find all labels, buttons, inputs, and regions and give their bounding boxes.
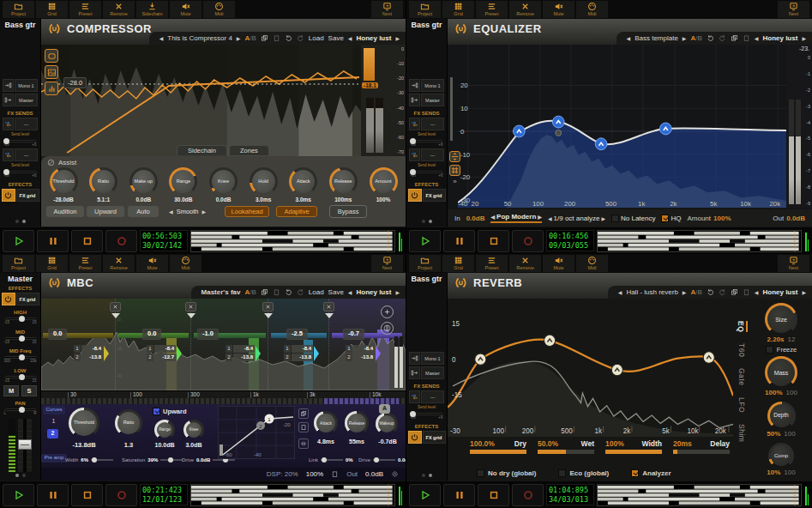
pause-button[interactable] xyxy=(37,484,69,506)
ab-b[interactable]: B xyxy=(251,34,256,42)
window-icon[interactable] xyxy=(331,470,339,478)
send-icon[interactable] xyxy=(409,390,420,403)
band-close-icon[interactable] xyxy=(185,302,196,311)
pause-button[interactable] xyxy=(443,484,475,506)
output-route-button[interactable]: Master xyxy=(15,94,38,106)
preset-name[interactable]: This is Compressor 4 xyxy=(167,34,232,42)
route-in-icon[interactable] xyxy=(409,79,420,92)
prev-device-preset-icon[interactable]: ◀ xyxy=(755,35,759,41)
smooth-next-icon[interactable]: ▶ xyxy=(201,209,206,215)
tab-gate[interactable]: Gate xyxy=(737,368,746,385)
upward-button[interactable]: Upward xyxy=(87,206,124,217)
eq-graph-canvas[interactable]: 20100-10-20-30 -4020501002005001k2k5k10k… xyxy=(458,45,786,208)
band-select-1[interactable]: 1 xyxy=(48,418,59,424)
reverb-graph-canvas[interactable]: 150-15 -30 1002005001k2k5k10k20k xyxy=(448,299,733,437)
record-button[interactable] xyxy=(105,484,137,506)
prev-device-preset-icon[interactable]: ◀ xyxy=(348,35,352,41)
input-route-button[interactable]: Mono 1 xyxy=(421,79,444,92)
power-icon[interactable] xyxy=(408,189,422,202)
undo-icon[interactable] xyxy=(285,34,292,42)
power-icon[interactable] xyxy=(2,189,15,202)
reverb-eq-node[interactable] xyxy=(611,364,623,376)
send-slot-button[interactable]: --- xyxy=(421,390,444,403)
power-icon[interactable] xyxy=(408,431,422,444)
send-slot-button[interactable]: --- xyxy=(421,148,444,161)
prev-device-preset-icon[interactable]: ◀ xyxy=(755,289,759,295)
tab-t60[interactable]: T60 xyxy=(737,343,746,357)
tab-zones[interactable]: Zones xyxy=(229,145,269,155)
next-button[interactable]: Next xyxy=(778,255,809,272)
record-button[interactable] xyxy=(512,230,544,252)
knob-mass[interactable]: Mass xyxy=(765,356,797,389)
midi-button[interactable]: Midi xyxy=(203,1,235,18)
link-slider[interactable]: Link0% xyxy=(309,457,353,463)
knob-knee[interactable]: Knee xyxy=(183,420,204,440)
knob-attack[interactable]: Attack xyxy=(289,167,317,196)
mode-selector[interactable]: ◀Pop Modern▶ xyxy=(490,213,541,223)
prev-preset-icon[interactable]: ◀ xyxy=(159,35,164,41)
knob-ratio[interactable]: Ratio xyxy=(115,409,142,437)
timeline-strip[interactable] xyxy=(190,230,395,252)
send-icon[interactable] xyxy=(3,118,14,130)
band-gain[interactable]: 0.0 xyxy=(48,329,67,340)
next-device-preset-icon[interactable]: ▶ xyxy=(395,289,400,295)
band-options-icon[interactable] xyxy=(381,322,394,335)
drive-slider-2[interactable]: Drive0.0dB xyxy=(358,457,406,463)
mute-track-button[interactable]: M xyxy=(3,385,19,396)
high-slider[interactable] xyxy=(4,318,37,320)
stop-button[interactable] xyxy=(478,230,509,252)
grid-button[interactable]: Grid xyxy=(36,255,68,272)
no-latency-checkbox[interactable] xyxy=(611,215,619,222)
play-button[interactable] xyxy=(409,484,441,506)
no-dry-checkbox[interactable] xyxy=(477,469,484,477)
remove-button[interactable]: Remove xyxy=(103,1,135,18)
send-level-slider[interactable] xyxy=(411,171,443,173)
ab-b[interactable]: B xyxy=(698,288,702,296)
mute-button[interactable]: Mute xyxy=(136,255,168,272)
zoom-level[interactable]: 100% xyxy=(306,470,323,478)
send-icon[interactable] xyxy=(3,148,14,161)
mute-button[interactable]: Mute xyxy=(543,255,574,272)
next-device-preset-icon[interactable]: ▶ xyxy=(395,35,400,41)
add-band-icon[interactable] xyxy=(381,305,394,318)
waveform-view-icon[interactable] xyxy=(45,65,58,79)
volume-fader[interactable] xyxy=(18,419,32,472)
hq-checkbox[interactable] xyxy=(661,215,669,222)
knob-depth[interactable]: Depth xyxy=(767,402,796,430)
threshold-readout[interactable]: -28.0 xyxy=(63,77,87,88)
in-gain[interactable]: 0.0dB xyxy=(466,215,485,222)
eq-node[interactable] xyxy=(595,138,607,150)
band-close-icon[interactable] xyxy=(323,302,334,311)
saturation-slider[interactable]: Saturation39% xyxy=(122,457,183,463)
knob-comp[interactable]: Comp xyxy=(768,443,794,469)
preset-name[interactable]: Hall - lush reverb xyxy=(626,288,677,296)
width-slider[interactable]: Width6% xyxy=(65,457,113,463)
remove-button[interactable]: Remove xyxy=(509,255,541,272)
auto-button[interactable]: Auto xyxy=(128,206,159,217)
solo-track-button[interactable]: S xyxy=(21,385,37,396)
tab-sidechain[interactable]: Sidechain xyxy=(177,145,227,155)
remove-button[interactable]: Remove xyxy=(509,1,541,18)
band-split[interactable] xyxy=(328,299,329,390)
knob-range[interactable]: Range xyxy=(154,420,175,440)
timeline-strip[interactable] xyxy=(597,484,802,506)
reverb-eq-node[interactable] xyxy=(703,352,714,364)
redo-icon[interactable] xyxy=(719,34,726,42)
tab-shim[interactable]: Shim xyxy=(737,424,746,442)
knob-threshold[interactable]: Threshold xyxy=(69,408,99,438)
fx-grid-button[interactable]: FX grid xyxy=(16,293,39,305)
send-slot-button[interactable]: --- xyxy=(421,118,444,130)
paste-icon[interactable] xyxy=(743,288,750,296)
play-button[interactable] xyxy=(3,230,34,252)
knob-size[interactable]: Size xyxy=(765,303,797,336)
device-preset-name[interactable]: Honey lust xyxy=(762,288,797,296)
knob-attack[interactable]: Attack xyxy=(314,411,338,435)
wet-slider[interactable]: 50.0%Wet xyxy=(538,439,594,466)
copy-icon[interactable] xyxy=(731,34,738,42)
frequency-ruler[interactable]: 30 100 300 1k 3k 10k xyxy=(41,390,406,404)
next-preset-icon[interactable]: ▶ xyxy=(237,35,241,41)
eq-node[interactable] xyxy=(552,116,564,128)
preset-name[interactable]: Master's fav xyxy=(201,288,241,296)
timeline-strip[interactable] xyxy=(190,484,395,506)
midi-button[interactable]: Midi xyxy=(576,255,608,272)
